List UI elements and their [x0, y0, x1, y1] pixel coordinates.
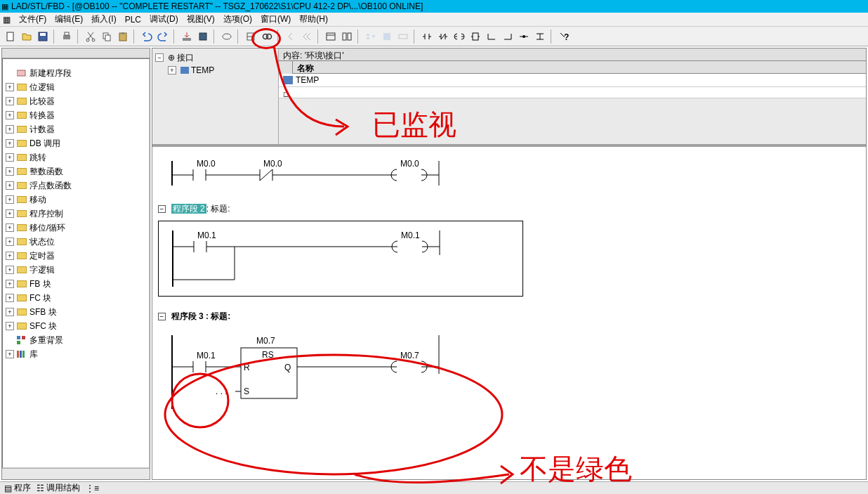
tab-more[interactable]: ⋮≡ [86, 483, 99, 493]
collapse-icon[interactable]: − [155, 53, 164, 62]
interface-root[interactable]: − ⊕ 接口 [155, 51, 275, 64]
element-tree[interactable]: 新建程序段 +位逻辑 +比较器 +转换器 +计数器 +DB 调用 +跳转 +整数… [2, 58, 150, 468]
contact-nc-icon[interactable] [435, 29, 451, 44]
tab-program[interactable]: ▤程序 [4, 482, 31, 494]
tab-call-structure[interactable]: ☷调用结构 [37, 482, 80, 494]
expand-icon[interactable]: + [6, 350, 14, 358]
tree-item-counter[interactable]: +计数器 [4, 122, 147, 136]
expand-icon[interactable]: + [6, 252, 14, 260]
tree-item-sfc[interactable]: +SFC 块 [4, 319, 147, 333]
expand-icon[interactable]: + [6, 195, 14, 204]
expand-icon[interactable]: + [6, 238, 14, 246]
window1-icon[interactable] [323, 29, 338, 44]
network-3[interactable]: − 程序段 3 : 标题: M0.1 M0.7 RS R Q S [158, 311, 860, 412]
system-menu-icon[interactable]: ▦ [3, 15, 11, 25]
tree-item-sfb[interactable]: +SFB 块 [4, 305, 147, 319]
network-icon[interactable] [363, 29, 379, 44]
print-icon[interactable] [59, 29, 74, 44]
tree-item-multi-instance[interactable]: 多重背景 [4, 333, 147, 347]
empty-marker-row[interactable]: ◻ [279, 87, 866, 98]
collapse-icon[interactable]: − [158, 205, 166, 213]
cut-icon[interactable] [83, 29, 98, 44]
undo-icon[interactable] [139, 29, 154, 44]
expand-icon[interactable]: + [6, 322, 14, 330]
tree-item-timer[interactable]: +定时器 [4, 249, 147, 263]
branch-open-icon[interactable] [484, 29, 499, 44]
expand-icon[interactable]: + [6, 111, 14, 119]
menu-plc[interactable]: PLC [121, 13, 145, 26]
tree-item-word-logic[interactable]: +字逻辑 [4, 263, 147, 277]
svg-point-42 [522, 35, 525, 38]
interface-temp[interactable]: + TEMP [155, 64, 275, 77]
copy-icon[interactable] [99, 29, 114, 44]
goto-prev-icon[interactable] [283, 29, 298, 44]
menu-options[interactable]: 选项(O) [219, 12, 256, 27]
ladder-editor[interactable]: M0.0 M0.0 M0.0 [152, 147, 866, 479]
help-icon[interactable]: ? [556, 29, 572, 44]
tree-item-program-control[interactable]: +程序控制 [4, 207, 147, 221]
collapse-icon[interactable]: − [158, 313, 166, 320]
reference-icon[interactable] [243, 29, 258, 44]
window2-icon[interactable] [339, 29, 355, 44]
expand-icon[interactable]: + [6, 223, 14, 232]
redo-icon[interactable] [155, 29, 171, 44]
menu-window[interactable]: 窗口(W) [256, 12, 295, 27]
expand-icon[interactable]: + [6, 125, 14, 134]
network-2[interactable]: − 程序段 2: 标题: M0.1 M0.1 [158, 203, 860, 297]
expand-icon[interactable]: + [6, 209, 14, 218]
symbol-icon[interactable] [219, 29, 235, 44]
juncton-icon[interactable] [532, 29, 548, 44]
tree-item-fb[interactable]: +FB 块 [4, 277, 147, 291]
branch-close-icon[interactable] [500, 29, 515, 44]
expand-icon[interactable]: + [6, 181, 14, 190]
sidebar-scroll[interactable] [2, 468, 150, 479]
box-icon[interactable] [468, 29, 483, 44]
download-icon[interactable] [179, 29, 195, 44]
network-1[interactable]: M0.0 M0.0 M0.0 [158, 154, 860, 189]
interface-tree[interactable]: − ⊕ 接口 + TEMP [152, 48, 279, 144]
tree-item-jump[interactable]: +跳转 [4, 150, 147, 164]
contact-no-icon[interactable] [419, 29, 435, 44]
plc-icon[interactable] [195, 29, 211, 44]
expand-icon[interactable]: + [168, 66, 176, 74]
new-icon[interactable] [3, 29, 18, 44]
goto-prev2-icon[interactable] [299, 29, 315, 44]
tree-item-float[interactable]: +浮点数函数 [4, 178, 147, 193]
tree-item-comparator[interactable]: +比较器 [4, 94, 147, 108]
menu-edit[interactable]: 编辑(E) [51, 12, 87, 27]
tree-item-bit-logic[interactable]: +位逻辑 [4, 80, 147, 94]
address-icon[interactable] [395, 29, 411, 44]
menu-view[interactable]: 视图(V) [183, 12, 219, 27]
expand-icon[interactable]: + [6, 280, 14, 288]
expand-icon[interactable]: + [6, 294, 14, 302]
expand-icon[interactable]: + [6, 308, 14, 316]
tree-item-db-call[interactable]: +DB 调用 [4, 136, 147, 150]
temp-row[interactable]: TEMP [279, 74, 866, 87]
tree-item-converter[interactable]: +转换器 [4, 108, 147, 122]
menu-help[interactable]: 帮助(H) [295, 12, 332, 27]
tree-item-status[interactable]: +状态位 [4, 235, 147, 249]
expand-icon[interactable]: + [6, 83, 14, 91]
paste-icon[interactable] [115, 29, 131, 44]
connection-icon[interactable] [516, 29, 532, 44]
expand-icon[interactable]: + [6, 139, 14, 148]
expand-icon[interactable]: + [6, 167, 14, 176]
block-icon[interactable] [379, 29, 395, 44]
expand-icon[interactable]: + [6, 97, 14, 105]
tree-item-fc[interactable]: +FC 块 [4, 291, 147, 305]
menu-debug[interactable]: 调试(D) [145, 12, 183, 27]
tree-item-integer[interactable]: +整数函数 [4, 164, 147, 178]
expand-icon[interactable]: + [6, 153, 14, 162]
tree-item-move[interactable]: +移动 [4, 193, 147, 207]
menu-insert[interactable]: 插入(I) [87, 12, 120, 27]
expand-icon[interactable]: + [6, 266, 14, 274]
coil-icon[interactable] [452, 29, 467, 44]
tree-item-shift[interactable]: +移位/循环 [4, 221, 147, 235]
open-icon[interactable] [19, 29, 34, 44]
tree-item-new-network[interactable]: 新建程序段 [4, 66, 147, 80]
tree-item-library[interactable]: +库 [4, 347, 147, 361]
menu-file[interactable]: 文件(F) [15, 12, 51, 27]
save-icon[interactable] [35, 29, 51, 44]
monitor-icon[interactable] [259, 29, 275, 44]
coil-label: M0.7 [400, 351, 419, 360]
